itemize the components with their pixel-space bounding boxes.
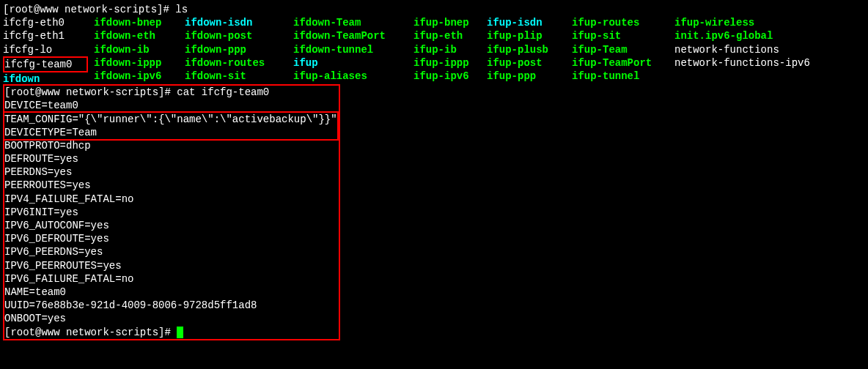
config-line: PEERDNS=yes — [4, 165, 337, 179]
file-entry: ifcfg-lo — [3, 43, 88, 56]
ls-column: ifup-isdnifup-plipifup-plusbifup-postifu… — [487, 16, 572, 86]
ls-column: ifdown-Teamifdown-TeamPortifdown-tunneli… — [293, 16, 413, 86]
file-entry: ifup-routes — [572, 16, 669, 29]
file-entry: ifup-post — [487, 56, 566, 70]
config-line: IPV6_DEFROUTE=yes — [4, 232, 337, 245]
ls-column: ifcfg-eth0ifcfg-eth1ifcfg-loifcfg-team0i… — [3, 16, 94, 86]
config-line: IPV4_FAILURE_FATAL=no — [4, 193, 337, 206]
file-entry: ifup-plusb — [487, 43, 566, 56]
file-entry: ifup-ppp — [487, 70, 566, 83]
config-line: IPV6INIT=yes — [4, 206, 337, 219]
file-entry: network-functions — [674, 43, 810, 56]
ls-column: ifup-routesifup-sitifup-Teamifup-TeamPor… — [572, 16, 674, 86]
file-entry: ifdown-isdn — [185, 16, 287, 29]
file-entry: ifdown-tunnel — [293, 43, 408, 56]
file-entry: ifdown-bnep — [94, 16, 179, 29]
team-config-highlight: TEAM_CONFIG="{\"runner\":{\"name\":\"act… — [3, 111, 339, 141]
file-entry: ifdown-routes — [185, 56, 287, 70]
file-entry: ifup-ippp — [413, 56, 481, 70]
file-entry: ifcfg-team0 — [4, 59, 72, 70]
cat-output-highlight: [root@www network-scripts]# cat ifcfg-te… — [3, 84, 340, 340]
prompt-cat: [root@www network-scripts]# cat ifcfg-te… — [4, 86, 337, 99]
file-entry: ifdown-post — [185, 29, 287, 42]
file-entry: ifdown-sit — [185, 70, 287, 83]
file-entry: ifup-tunnel — [572, 70, 669, 83]
file-entry: ifup-eth — [413, 29, 481, 42]
config-line: DEFROUTE=yes — [4, 152, 337, 165]
file-entry: ifup-TeamPort — [572, 56, 669, 70]
file-entry: ifup-wireless — [674, 16, 810, 29]
file-entry: ifup — [293, 56, 408, 70]
ls-column: ifdown-bnepifdown-ethifdown-ibifdown-ipp… — [94, 16, 185, 86]
config-line: IPV6_PEERDNS=yes — [4, 245, 337, 258]
file-entry: ifup-ipv6 — [413, 70, 481, 83]
ls-output: ifcfg-eth0ifcfg-eth1ifcfg-loifcfg-team0i… — [3, 16, 865, 86]
file-entry: ifup-bnep — [413, 16, 481, 29]
file-entry: ifup-sit — [572, 29, 669, 42]
file-entry: ifcfg-eth0 — [3, 16, 88, 29]
config-line: PEERROUTES=yes — [4, 179, 337, 192]
file-entry: ifcfg-eth1 — [3, 29, 88, 42]
prompt-ls: [root@www network-scripts]# ls — [3, 3, 865, 16]
file-entry: network-functions-ipv6 — [674, 56, 810, 70]
config-line: BOOTPROTO=dhcp — [4, 139, 337, 152]
config-line: IPV6_FAILURE_FATAL=no — [4, 272, 337, 286]
config-line: DEVICETYPE=Team — [4, 126, 337, 139]
file-entry: ifup-plip — [487, 29, 566, 42]
ls-column: ifdown-isdnifdown-postifdown-pppifdown-r… — [185, 16, 293, 86]
file-entry: ifdown-TeamPort — [293, 29, 408, 42]
file-entry: ifup-isdn — [487, 16, 566, 29]
config-line: IPV6_AUTOCONF=yes — [4, 219, 337, 232]
prompt-idle: [root@www network-scripts]# — [4, 326, 337, 339]
terminal[interactable]: [root@www network-scripts]# ls ifcfg-eth… — [3, 3, 865, 340]
ls-column: ifup-wirelessinit.ipv6-globalnetwork-fun… — [674, 16, 816, 86]
config-line: NAME=team0 — [4, 286, 337, 299]
file-entry: ifdown-eth — [94, 29, 179, 42]
config-line: TEAM_CONFIG="{\"runner\":{\"name\":\"act… — [4, 113, 337, 126]
file-entry: ifup-Team — [572, 43, 669, 56]
file-entry: ifdown-ib — [94, 43, 179, 56]
file-entry: ifup-aliases — [293, 70, 408, 83]
config-line: UUID=76e88b3e-921d-4009-8006-9728d5ff1ad… — [4, 299, 337, 312]
ifcfg-team0-highlight: ifcfg-team0 — [3, 56, 88, 72]
config-line: ONBOOT=yes — [4, 312, 337, 325]
file-entry: ifdown-ippp — [94, 56, 179, 70]
file-entry: ifdown-ipv6 — [94, 70, 179, 83]
file-entry: ifdown-Team — [293, 16, 408, 29]
config-line: IPV6_PEERROUTES=yes — [4, 259, 337, 272]
ls-column: ifup-bnepifup-ethifup-ibifup-ipppifup-ip… — [413, 16, 487, 86]
file-entry: init.ipv6-global — [674, 29, 810, 42]
cursor-icon — [177, 327, 183, 338]
file-entry: ifdown-ppp — [185, 43, 287, 56]
file-entry: ifup-ib — [413, 43, 481, 56]
